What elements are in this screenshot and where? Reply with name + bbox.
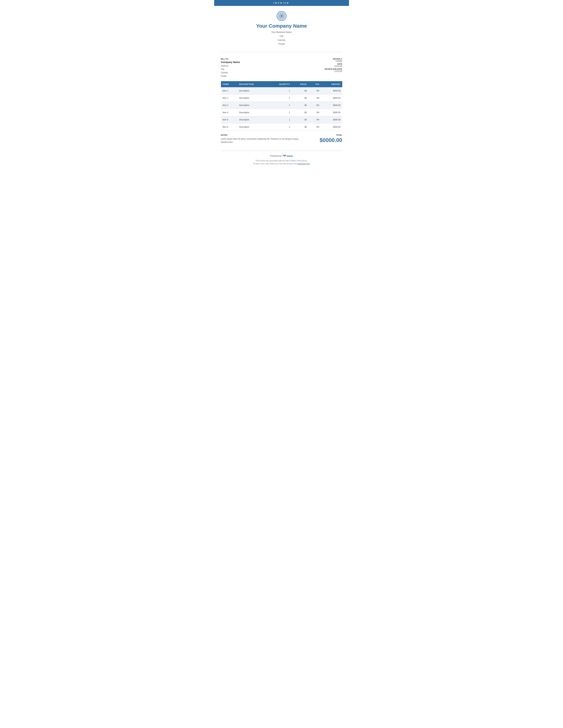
svg-point-4 bbox=[281, 15, 283, 17]
company-name: Your Company Name bbox=[221, 23, 342, 29]
cell-quantity: 1 bbox=[268, 123, 292, 131]
bill-to-label: BILL TO: bbox=[221, 58, 325, 60]
cell-tax: 0% bbox=[309, 102, 321, 109]
cell-quantity: 1 bbox=[268, 87, 292, 94]
cell-description: Description bbox=[237, 123, 268, 131]
invoice-title: INVOICE bbox=[273, 2, 290, 4]
table-header-row: ITEMS DESCRIPTION QUANTITY PRICE TAX AMO… bbox=[221, 81, 342, 87]
cell-price: $0 bbox=[292, 116, 309, 123]
cell-amount: $000.00 bbox=[321, 109, 342, 116]
cell-quantity: 1 bbox=[268, 109, 292, 116]
company-business-name: Your Business Name bbox=[221, 30, 342, 34]
total-amount: $0000.00 bbox=[309, 137, 342, 143]
company-postal: Postal bbox=[221, 42, 342, 46]
table-row: Item 3 Description 1 $0 0% $000.00 bbox=[221, 102, 342, 109]
date-label: DATE bbox=[325, 63, 342, 65]
cell-amount: $000.00 bbox=[321, 123, 342, 131]
cell-item: Item 6 bbox=[221, 123, 237, 131]
cell-tax: 0% bbox=[309, 94, 321, 102]
total-label: TOTAL bbox=[309, 134, 342, 136]
bill-to-company: Company Name bbox=[221, 61, 325, 63]
bill-to-city: City bbox=[221, 68, 325, 71]
cell-amount: $000.00 bbox=[321, 116, 342, 123]
bill-to-block: BILL TO: Company Name Address City Count… bbox=[221, 58, 325, 78]
table-row: Item 6 Description 1 $0 0% $000.00 bbox=[221, 123, 342, 131]
col-amount: AMOUNT bbox=[321, 81, 342, 87]
invoice-number: 123456 bbox=[325, 60, 342, 62]
cell-description: Description bbox=[237, 116, 268, 123]
company-city: City bbox=[221, 34, 342, 38]
powered-by-line: Powered by wave bbox=[221, 154, 342, 157]
notes-total-section: NOTES: Lorem ipsum dolor sit amet, conse… bbox=[214, 131, 349, 147]
bill-to-country: Country bbox=[221, 71, 325, 74]
cell-item: Item 5 bbox=[221, 116, 237, 123]
cell-tax: 0% bbox=[309, 87, 321, 94]
cell-price: $0 bbox=[292, 123, 309, 131]
footer-section: Powered by wave This invoice was generat… bbox=[214, 151, 349, 170]
invoice-header-bar: INVOICE bbox=[214, 0, 349, 6]
total-area: TOTAL $0000.00 bbox=[309, 134, 342, 143]
cell-description: Description bbox=[237, 109, 268, 116]
wave-icon bbox=[283, 154, 286, 157]
table-wrapper: ITEMS DESCRIPTION QUANTITY PRICE TAX AMO… bbox=[214, 81, 349, 131]
col-items: ITEMS bbox=[221, 81, 237, 87]
cell-tax: 0% bbox=[309, 123, 321, 131]
cell-description: Description bbox=[237, 102, 268, 109]
col-description: DESCRIPTION bbox=[237, 81, 268, 87]
due-date-label: INVOICE DUE DATE bbox=[325, 68, 342, 70]
cell-amount: $000.00 bbox=[321, 94, 342, 102]
footer-link[interactable]: waveapps.com bbox=[298, 163, 310, 165]
powered-by-text: Powered by bbox=[270, 155, 282, 157]
bill-to-postal: Postal bbox=[221, 74, 325, 78]
company-country: Country bbox=[221, 38, 342, 42]
cell-price: $0 bbox=[292, 87, 309, 94]
cell-quantity: 1 bbox=[268, 94, 292, 102]
cell-price: $0 bbox=[292, 102, 309, 109]
notes-label: NOTES: bbox=[221, 134, 302, 136]
billing-section: BILL TO: Company Name Address City Count… bbox=[214, 55, 349, 81]
cell-tax: 0% bbox=[309, 116, 321, 123]
items-table: ITEMS DESCRIPTION QUANTITY PRICE TAX AMO… bbox=[221, 81, 342, 131]
notes-area: NOTES: Lorem ipsum dolor sit amet, conse… bbox=[221, 134, 309, 144]
cell-quantity: 1 bbox=[268, 102, 292, 109]
cell-amount: $000.00 bbox=[321, 87, 342, 94]
invoice-due-date: 12/31/20 bbox=[325, 70, 342, 72]
company-section: Your Company Name Your Business Name Cit… bbox=[214, 6, 349, 49]
wave-logo: wave bbox=[283, 154, 293, 157]
wave-brand-name: wave bbox=[287, 154, 293, 157]
invoice-meta-block: INVOICE # 123456 DATE 12/31/20 INVOICE D… bbox=[325, 58, 342, 78]
footer-text-line1: This invoice was generated with the help… bbox=[221, 159, 342, 162]
table-row: Item 2 Description 1 $0 0% $000.00 bbox=[221, 94, 342, 102]
invoice-date: 12/31/20 bbox=[325, 65, 342, 67]
cell-amount: $000.00 bbox=[321, 102, 342, 109]
cell-description: Description bbox=[237, 94, 268, 102]
table-row: Item 5 Description 1 $0 0% $000.00 bbox=[221, 116, 342, 123]
col-tax: TAX bbox=[309, 81, 321, 87]
bill-to-address: Address bbox=[221, 64, 325, 68]
invoice-number-label: INVOICE # bbox=[325, 58, 342, 60]
cell-item: Item 2 bbox=[221, 94, 237, 102]
cell-item: Item 3 bbox=[221, 102, 237, 109]
table-row: Item 4 Description 1 $0 0% $000.00 bbox=[221, 109, 342, 116]
col-quantity: QUANTITY bbox=[268, 81, 292, 87]
notes-text: Lorem ipsum dolor sit amet, consectetur … bbox=[221, 137, 302, 144]
cell-tax: 0% bbox=[309, 109, 321, 116]
cell-price: $0 bbox=[292, 109, 309, 116]
cell-description: Description bbox=[237, 87, 268, 94]
footer-text-line2: To learn more, and create your own free … bbox=[221, 162, 342, 165]
company-logo bbox=[276, 11, 287, 21]
table-row: Item 1 Description 1 $0 0% $000.00 bbox=[221, 87, 342, 94]
cell-price: $0 bbox=[292, 94, 309, 102]
cell-item: Item 1 bbox=[221, 87, 237, 94]
col-price: PRICE bbox=[292, 81, 309, 87]
cell-item: Item 4 bbox=[221, 109, 237, 116]
cell-quantity: 1 bbox=[268, 116, 292, 123]
